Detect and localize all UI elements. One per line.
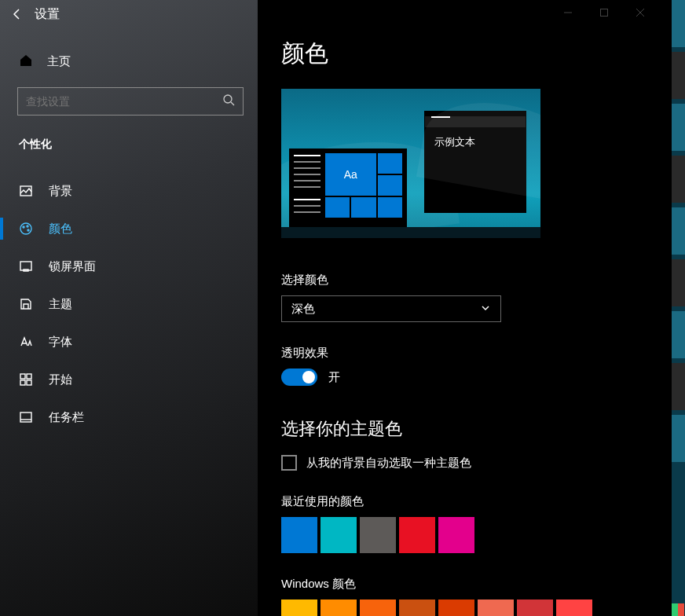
transparency-label: 透明效果	[281, 346, 672, 361]
windows-colors-label: Windows 颜色	[281, 577, 672, 592]
sidebar-item-label: 背景	[49, 184, 72, 199]
svg-rect-8	[20, 374, 25, 379]
section-label: 个性化	[0, 116, 258, 160]
sidebar-item-background[interactable]: 背景	[0, 172, 258, 210]
minimize-icon	[563, 8, 573, 17]
chevron-down-icon	[480, 302, 491, 316]
color-swatch[interactable]	[438, 600, 474, 616]
sidebar-item-taskbar[interactable]: 任务栏	[0, 398, 258, 436]
color-swatch[interactable]	[321, 600, 357, 616]
close-button[interactable]	[622, 0, 658, 25]
svg-rect-10	[20, 380, 25, 385]
color-swatch[interactable]	[517, 600, 553, 616]
color-swatch[interactable]	[360, 517, 396, 553]
svg-rect-11	[27, 380, 31, 385]
color-swatch[interactable]	[321, 517, 357, 553]
auto-pick-checkbox[interactable]	[281, 455, 297, 471]
windows-colors-row	[281, 600, 672, 616]
color-swatch[interactable]	[399, 517, 435, 553]
color-swatch[interactable]	[281, 517, 317, 553]
page-title: 颜色	[280, 38, 672, 70]
start-icon	[19, 372, 33, 387]
preview-tile-glyph: Aa	[325, 153, 376, 196]
preview-sample-text: 示例文本	[425, 127, 526, 149]
sidebar-item-start[interactable]: 开始	[0, 361, 258, 398]
color-swatch[interactable]	[281, 600, 317, 616]
recent-colors-label: 最近使用的颜色	[281, 494, 672, 509]
sidebar-item-label: 颜色	[49, 222, 72, 236]
main-content: 颜色 Aa 示例文本	[258, 0, 672, 616]
transparency-state: 开	[328, 370, 340, 385]
svg-point-5	[27, 229, 29, 231]
preview-window: 示例文本	[424, 111, 526, 213]
transparency-toggle[interactable]	[281, 368, 317, 386]
svg-rect-15	[601, 9, 608, 16]
search-box[interactable]	[17, 87, 244, 116]
color-preview: Aa 示例文本	[281, 89, 540, 238]
palette-icon	[19, 222, 33, 236]
sidebar-item-lockscreen[interactable]: 锁屏界面	[0, 248, 258, 285]
sidebar-item-label: 锁屏界面	[49, 259, 96, 274]
sidebar-item-label: 字体	[49, 335, 72, 350]
home-icon	[19, 53, 33, 70]
svg-rect-12	[20, 412, 31, 422]
sidebar-item-label: 主题	[49, 297, 72, 312]
back-button[interactable]	[0, 0, 35, 28]
svg-point-3	[23, 226, 24, 228]
desktop-edge-strip	[672, 0, 685, 616]
sidebar-item-home[interactable]: 主页	[0, 42, 258, 81]
choose-color-value: 深色	[291, 302, 315, 317]
taskbar-icon	[19, 410, 33, 424]
sidebar-item-colors[interactable]: 颜色	[0, 210, 258, 248]
recent-colors-row	[281, 517, 672, 553]
choose-color-dropdown[interactable]: 深色	[281, 295, 501, 322]
color-swatch[interactable]	[556, 600, 592, 616]
svg-point-4	[27, 226, 28, 227]
auto-pick-label: 从我的背景自动选取一种主题色	[306, 456, 471, 471]
sidebar-item-fonts[interactable]: 字体	[0, 323, 258, 361]
svg-point-2	[20, 223, 31, 234]
color-swatch[interactable]	[360, 600, 396, 616]
window-controls	[533, 0, 658, 25]
minimize-button[interactable]	[550, 0, 586, 25]
lockscreen-icon	[19, 259, 33, 273]
svg-rect-9	[27, 374, 31, 379]
sidebar-item-label: 开始	[49, 372, 72, 387]
sidebar-item-label: 任务栏	[49, 410, 84, 425]
app-title: 设置	[35, 6, 60, 23]
color-swatch[interactable]	[399, 600, 435, 616]
search-icon	[222, 94, 235, 109]
accent-color-heading: 选择你的主题色	[281, 417, 672, 441]
close-icon	[636, 8, 645, 17]
titlebar: 设置	[0, 0, 258, 28]
sidebar: 设置 主页 个性化 背景 颜色	[0, 0, 258, 616]
maximize-button[interactable]	[586, 0, 622, 25]
sidebar-item-themes[interactable]: 主题	[0, 285, 258, 323]
maximize-icon	[599, 8, 609, 17]
preview-start-menu: Aa	[289, 148, 407, 227]
fonts-icon	[19, 335, 33, 349]
color-swatch[interactable]	[478, 600, 514, 616]
themes-icon	[19, 297, 33, 311]
arrow-left-icon	[11, 8, 24, 20]
picture-icon	[19, 184, 33, 198]
choose-color-label: 选择颜色	[281, 273, 672, 288]
sidebar-nav: 背景 颜色 锁屏界面 主题 字体 开始	[0, 172, 258, 436]
search-input[interactable]	[26, 95, 222, 108]
svg-point-0	[224, 95, 232, 103]
home-label: 主页	[47, 54, 71, 69]
color-swatch[interactable]	[438, 517, 474, 553]
